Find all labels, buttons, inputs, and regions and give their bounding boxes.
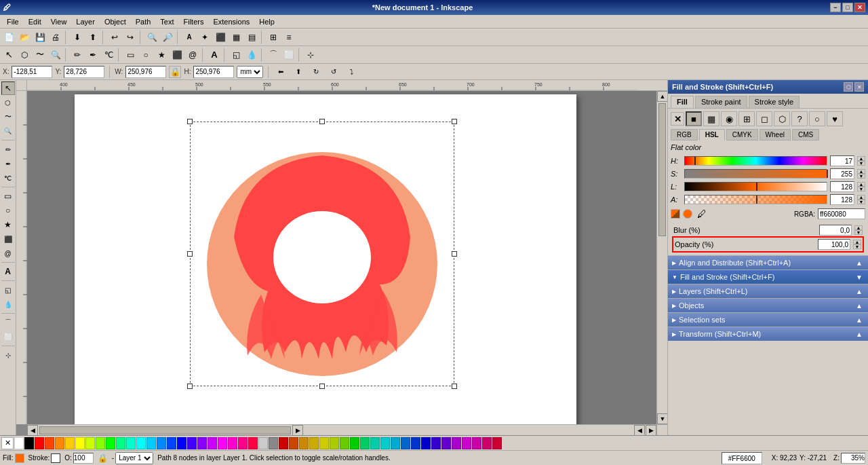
h-spin-down[interactable]: ▼ (857, 161, 865, 166)
h-value[interactable] (830, 155, 854, 166)
h-spin-up[interactable]: ▲ (857, 156, 865, 161)
fill-flat-button[interactable]: ■ (686, 111, 702, 126)
canvas-page[interactable] (75, 94, 576, 424)
pointer-tool[interactable]: ↖ (1, 81, 15, 95)
opacity-spin-up[interactable]: ▲ (853, 240, 861, 244)
eraser-tool[interactable]: ⬜ (281, 48, 296, 62)
color-swatch-item[interactable] (452, 437, 461, 449)
menu-path[interactable]: Path (132, 16, 155, 27)
rotate-ccw-button[interactable]: ↺ (326, 64, 341, 79)
color-swatch-item[interactable] (187, 437, 197, 449)
x-input[interactable] (12, 66, 52, 78)
text-tool[interactable]: A (207, 48, 222, 62)
color-swatch-item[interactable] (55, 437, 64, 449)
fill-unknown1-button[interactable]: ⬡ (774, 111, 790, 126)
circle-tool[interactable]: ○ (138, 48, 153, 62)
panel-align-header[interactable]: ▶ Align and Distribute (Shift+Ctrl+A) ▲ (668, 256, 868, 269)
rect-tool-side[interactable]: ▭ (1, 189, 15, 203)
select-tool[interactable]: A (182, 30, 197, 45)
color-swatch-item[interactable] (289, 437, 298, 449)
fill-expand-button[interactable]: ▼ (854, 272, 864, 282)
color-swatch-item[interactable] (462, 437, 471, 449)
flip-v-button[interactable]: ⬆ (291, 64, 306, 79)
color-swatch-item[interactable] (167, 437, 176, 449)
color-swatch-item[interactable] (370, 437, 380, 449)
canvas-area[interactable]: 400 450 500 550 600 650 700 750 800 (16, 80, 667, 435)
s-slider[interactable] (684, 169, 827, 179)
color-swatch-item[interactable] (35, 437, 44, 449)
color-swatch-item[interactable] (96, 437, 105, 449)
tweak-tool-side[interactable]: 〜 (1, 110, 15, 124)
vscrollbar[interactable]: ▲ ▼ (656, 91, 667, 424)
print-button[interactable]: 🖨 (48, 30, 63, 45)
h-input[interactable] (193, 66, 234, 78)
box3d-tool-side[interactable]: ⬛ (1, 232, 15, 246)
fill-pattern-button[interactable]: ⊞ (738, 111, 755, 126)
blur-input[interactable] (819, 225, 852, 236)
color-swatch-item[interactable] (319, 437, 329, 449)
color-swatch-item[interactable] (309, 437, 319, 449)
nav-prev-button[interactable]: ◀ (634, 425, 645, 436)
blur-spin-down[interactable]: ▼ (854, 230, 863, 235)
flat-color-icon[interactable] (683, 209, 692, 219)
vscroll-thumb[interactable] (658, 103, 666, 236)
transform-expand-button[interactable]: ▲ (854, 329, 864, 339)
layer-selector[interactable]: - Layer 1 (112, 452, 153, 464)
color-swatch-item[interactable] (279, 437, 288, 449)
panel-selection-header[interactable]: ▶ Selection sets ▲ (668, 313, 868, 327)
star-tool-side[interactable]: ★ (1, 218, 15, 231)
new-button[interactable]: 📄 (1, 30, 16, 45)
dropper-tool[interactable]: 💧 (244, 48, 259, 62)
status-lock-icon[interactable]: 🔒 (98, 453, 108, 463)
donut-artwork[interactable] (190, 122, 454, 386)
fill-swatch-button[interactable]: ◻ (756, 111, 772, 126)
color-swatch-item[interactable] (299, 437, 309, 449)
gradient-tool[interactable]: ◱ (229, 48, 243, 62)
menu-object[interactable]: Object (100, 16, 130, 27)
objects-expand-button[interactable]: ▲ (854, 301, 864, 310)
color-swatch-item[interactable] (228, 437, 237, 449)
scroll-right-button[interactable]: ▶ (292, 425, 303, 436)
color-swatch-item[interactable] (421, 437, 431, 449)
color-swatch-item[interactable] (391, 437, 400, 449)
tab-fill[interactable]: Fill (671, 96, 694, 108)
export-button[interactable]: ⬆ (85, 30, 100, 45)
zoom-tool[interactable]: 🔍 (48, 48, 63, 62)
grid2-button[interactable]: ≡ (281, 30, 296, 45)
color-swatch-item[interactable] (157, 437, 166, 449)
tab-stroke-paint[interactable]: Stroke paint (695, 96, 747, 108)
a-spin-up[interactable]: ▲ (857, 195, 865, 200)
scroll-down-button[interactable]: ▼ (657, 413, 667, 424)
color-swatch-item[interactable] (75, 437, 85, 449)
tab-hsl[interactable]: HSL (699, 129, 725, 141)
l-slider[interactable] (684, 182, 827, 191)
menu-help[interactable]: Help (255, 16, 279, 27)
a-value[interactable] (830, 194, 854, 205)
to-path-button[interactable]: ⤵ (344, 64, 359, 79)
spray-tool[interactable]: ⊹ (303, 48, 318, 62)
blur-spin-up[interactable]: ▲ (854, 225, 863, 230)
close-button[interactable]: ✕ (854, 3, 865, 12)
eyedropper-button[interactable]: 🖊 (695, 207, 709, 221)
color-swatch-item[interactable] (14, 437, 24, 449)
color-swatch-item[interactable] (441, 437, 451, 449)
node-tool-side[interactable]: ⬡ (1, 96, 15, 109)
grid-button[interactable]: ⊞ (266, 30, 281, 45)
circle-tool-side[interactable]: ○ (1, 204, 15, 217)
color-swatch-item[interactable] (106, 437, 115, 449)
menu-text[interactable]: Text (156, 16, 178, 27)
color-swatch-item[interactable] (340, 437, 349, 449)
menu-layer[interactable]: Layer (72, 16, 99, 27)
minimize-button[interactable]: − (830, 3, 841, 12)
lock-ratio-button[interactable]: 🔒 (169, 66, 181, 78)
node-tool[interactable]: ✦ (197, 30, 212, 45)
s-value[interactable] (830, 168, 854, 179)
pen-tool-side[interactable]: ✏ (1, 143, 15, 156)
fill-linear-button[interactable]: ▦ (703, 111, 719, 126)
w-input[interactable] (125, 66, 166, 78)
l-spin-down[interactable]: ▼ (857, 187, 865, 191)
rect-tool[interactable]: ▭ (123, 48, 138, 62)
color-swatch-item[interactable] (208, 437, 217, 449)
zoom-in-button[interactable]: 🔍 (144, 30, 159, 45)
menu-extensions[interactable]: Extensions (209, 16, 254, 27)
